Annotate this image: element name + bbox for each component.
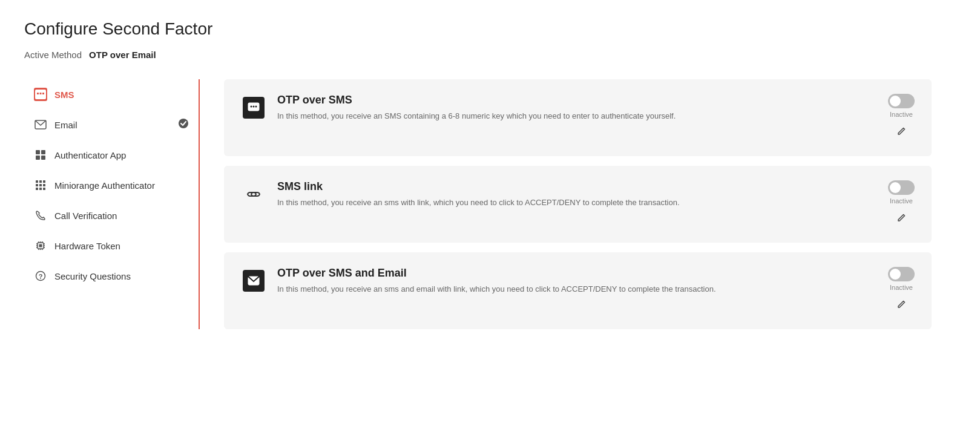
method-card-sms-link: SMS link In this method, you receive an … [224, 166, 932, 243]
otp-sms-email-status: Inactive [890, 284, 913, 291]
svg-rect-11 [39, 180, 42, 183]
otp-sms-title: OTP over SMS [277, 94, 865, 107]
svg-rect-6 [36, 150, 40, 154]
svg-point-36 [251, 106, 252, 108]
chip-icon [34, 239, 47, 252]
otp-sms-actions: Inactive [888, 94, 915, 142]
page-wrapper: Configure Second Factor Active Method OT… [0, 0, 980, 423]
sidebar-email-label: Email [54, 120, 77, 130]
svg-rect-8 [36, 156, 40, 160]
svg-rect-1 [37, 93, 39, 94]
main-layout: SMS Email Authenticator App [24, 79, 956, 329]
otp-sms-status: Inactive [890, 111, 913, 118]
sidebar: SMS Email Authenticator App [24, 79, 200, 329]
active-method-value: OTP over Email [89, 50, 156, 60]
grid-icon [34, 148, 47, 162]
otp-sms-desc: In this method, you receive an SMS conta… [277, 110, 865, 122]
sidebar-hardware-token-label: Hardware Token [54, 241, 120, 251]
sms-link-body: SMS link In this method, you receive an … [277, 180, 865, 209]
svg-rect-3 [42, 93, 44, 94]
sms-link-desc: In this method, you receive an sms with … [277, 197, 865, 209]
page-title: Configure Second Factor [24, 19, 956, 39]
sidebar-item-call-verification[interactable]: Call Verification [24, 200, 199, 231]
otp-sms-email-actions: Inactive [888, 267, 915, 315]
sidebar-item-security-questions[interactable]: ? Security Questions [24, 261, 199, 291]
otp-sms-email-desc: In this method, you receive an sms and e… [277, 283, 865, 295]
otp-sms-toggle[interactable] [888, 94, 915, 108]
sidebar-sms-label: SMS [54, 90, 74, 100]
phone-icon [34, 209, 47, 222]
svg-point-38 [255, 106, 257, 108]
email-check-icon [178, 118, 189, 131]
otp-sms-email-edit-button[interactable] [894, 297, 909, 315]
otp-sms-email-title: OTP over SMS and Email [277, 267, 865, 280]
sidebar-item-authenticator-app[interactable]: Authenticator App [24, 140, 199, 170]
svg-rect-14 [39, 184, 42, 186]
otp-sms-email-icon [241, 268, 266, 293]
svg-point-37 [253, 106, 255, 108]
active-method-bar: Active Method OTP over Email [24, 50, 956, 60]
svg-rect-13 [36, 184, 38, 186]
sms-link-toggle-wrap: Inactive [888, 180, 915, 205]
question-icon: ? [34, 269, 47, 283]
sms-link-actions: Inactive [888, 180, 915, 228]
sms-link-icon [241, 182, 266, 207]
svg-rect-16 [36, 188, 38, 190]
svg-rect-15 [43, 184, 45, 186]
svg-rect-7 [41, 150, 45, 154]
otp-sms-icon [241, 95, 266, 120]
sidebar-item-miniorange-authenticator[interactable]: Miniorange Authenticator [24, 170, 199, 200]
sidebar-item-hardware-token[interactable]: Hardware Token [24, 231, 199, 261]
content-area: OTP over SMS In this method, you receive… [200, 79, 956, 329]
sidebar-call-verification-label: Call Verification [54, 211, 117, 221]
otp-sms-edit-button[interactable] [894, 124, 909, 142]
active-method-label: Active Method [24, 50, 82, 60]
svg-rect-2 [40, 93, 42, 94]
svg-rect-20 [39, 244, 42, 248]
sidebar-item-email[interactable]: Email [24, 110, 199, 140]
sidebar-item-sms[interactable]: SMS [24, 79, 199, 110]
email-icon [34, 118, 47, 131]
otp-sms-email-toggle-wrap: Inactive [888, 267, 915, 291]
method-card-otp-sms: OTP over SMS In this method, you receive… [224, 79, 932, 156]
sms-link-status: Inactive [890, 197, 913, 205]
otp-sms-email-toggle[interactable] [888, 267, 915, 281]
otp-sms-toggle-wrap: Inactive [888, 94, 915, 118]
svg-text:?: ? [39, 273, 43, 280]
sms-icon [34, 88, 47, 101]
method-card-otp-sms-email: OTP over SMS and Email In this method, y… [224, 252, 932, 329]
sms-link-toggle[interactable] [888, 180, 915, 195]
svg-rect-9 [41, 156, 45, 160]
svg-rect-18 [43, 188, 45, 190]
svg-rect-10 [36, 180, 38, 183]
otp-sms-email-body: OTP over SMS and Email In this method, y… [277, 267, 865, 295]
grid-small-icon [34, 179, 47, 192]
svg-rect-17 [39, 188, 42, 190]
sms-link-title: SMS link [277, 180, 865, 193]
sms-link-edit-button[interactable] [894, 211, 909, 228]
sidebar-authenticator-app-label: Authenticator App [54, 150, 126, 160]
sidebar-security-questions-label: Security Questions [54, 271, 131, 281]
svg-rect-12 [43, 180, 45, 183]
otp-sms-body: OTP over SMS In this method, you receive… [277, 94, 865, 122]
svg-point-5 [179, 119, 188, 128]
sidebar-miniorange-label: Miniorange Authenticator [54, 180, 155, 191]
